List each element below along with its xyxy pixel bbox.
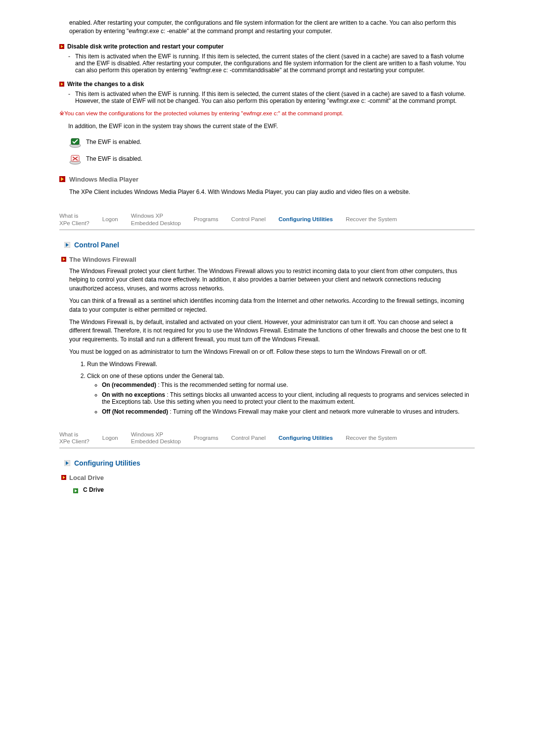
tab-what-is[interactable]: What is XPe Client? [59,431,89,445]
config-utilities-heading: Configuring Utilities [64,459,475,467]
ewf-disabled-icon [68,153,82,165]
dash-icon: - [68,91,75,104]
firewall-title: The Windows Firewall [69,256,136,263]
firewall-steps: Run the Windows Firewall. Click on one o… [87,361,475,415]
wmp-heading: Windows Media Player [59,176,475,183]
write-heading-row: Write the changes to a disk [59,81,475,88]
arrow-icon [59,44,64,49]
tab-programs[interactable]: Programs [194,216,219,223]
write-body-row: - This item is activated when the EWF is… [68,91,475,104]
disable-body: This item is activated when the EWF is r… [75,53,475,74]
control-panel-heading: Control Panel [64,241,475,249]
opt3-text: : Turning off the Windows Firewall may m… [168,408,459,415]
tab-recover-system[interactable]: Recover the System [346,216,397,223]
tab-configuring-utilities[interactable]: Configuring Utilities [278,216,333,223]
wmp-title: Windows Media Player [69,176,138,183]
opt1-label: On (recommended) [102,381,156,388]
tab-logon[interactable]: Logon [102,434,118,441]
tab-control-panel[interactable]: Control Panel [231,216,266,223]
tab-wxe[interactable]: Windows XP Embedded Desktop [131,431,181,445]
disable-body-row: - This item is activated when the EWF is… [68,53,475,74]
ewf-enabled-row: The EWF is enabled. [68,136,475,148]
local-drive-row: Local Drive [61,474,475,481]
tab-logon[interactable]: Logon [102,216,118,223]
tray-intro: In addition, the EWF icon in the system … [68,122,475,131]
arrow-green-icon [73,488,78,493]
firewall-opt-off: Off (Not recommended) : Turning off the … [102,408,475,415]
firewall-opt-on: On (recommended) : This is the recommend… [102,381,475,388]
arrow-icon [61,257,66,262]
arrow-box-icon [64,242,70,248]
dash-icon: - [68,53,75,74]
write-body: This item is activated when the EWF is r… [75,91,475,104]
tab-recover-system[interactable]: Recover the System [346,434,397,441]
arrow-icon [61,475,66,480]
ewf-enabled-label: The EWF is enabled. [86,139,141,145]
arrow-icon [59,82,64,87]
firewall-step-2: Click on one of these options under the … [87,373,475,415]
tab-wxe[interactable]: Windows XP Embedded Desktop [131,212,181,227]
wmp-body: The XPe Client includes Windows Media Pl… [69,188,475,196]
firewall-opt-noex: On with no exceptions : This settings bl… [102,391,475,405]
intro-paragraph: enabled. After restarting your computer,… [69,19,475,36]
opt1-text: : This is the recommended setting for no… [156,381,288,388]
c-drive-row: C Drive [73,486,475,493]
write-title: Write the changes to a disk [67,81,144,88]
c-drive-label: C Drive [83,486,104,493]
arrow-box-icon [64,460,70,466]
control-panel-title: Control Panel [74,241,119,249]
firewall-step-1: Run the Windows Firewall. [87,361,475,368]
firewall-p1: The Windows Firewall protect your client… [69,267,475,293]
arrow-icon [59,176,65,182]
nav-tabs: What is XPe Client? Logon Windows XP Emb… [59,208,475,230]
nav-tabs-2: What is XPe Client? Logon Windows XP Emb… [59,427,475,449]
firewall-p2: You can think of a firewall as a sentine… [69,297,475,314]
tab-control-panel[interactable]: Control Panel [231,434,266,441]
opt3-label: Off (Not recommended) [102,408,168,415]
firewall-p3: The Windows Firewall is, by default, ins… [69,318,475,344]
local-drive-label: Local Drive [69,474,104,481]
firewall-options: On (recommended) : This is the recommend… [102,381,475,415]
config-utilities-title: Configuring Utilities [74,459,140,467]
ewf-disabled-label: The EWF is disabled. [86,155,142,162]
disable-heading-row: Disable disk write protection and restar… [59,43,475,50]
firewall-p4: You must be logged on as administrator t… [69,348,475,356]
note-text: ※You can view the configurations for the… [59,109,475,118]
opt2-label: On with no exceptions [102,391,165,398]
tab-what-is[interactable]: What is XPe Client? [59,212,89,227]
firewall-subheading: The Windows Firewall [61,256,475,263]
tab-programs[interactable]: Programs [194,434,219,441]
ewf-disabled-row: The EWF is disabled. [68,153,475,165]
ewf-enabled-icon [68,136,82,148]
disable-title: Disable disk write protection and restar… [67,43,223,50]
firewall-step-2-text: Click on one of these options under the … [87,373,224,379]
tab-configuring-utilities[interactable]: Configuring Utilities [278,434,333,441]
